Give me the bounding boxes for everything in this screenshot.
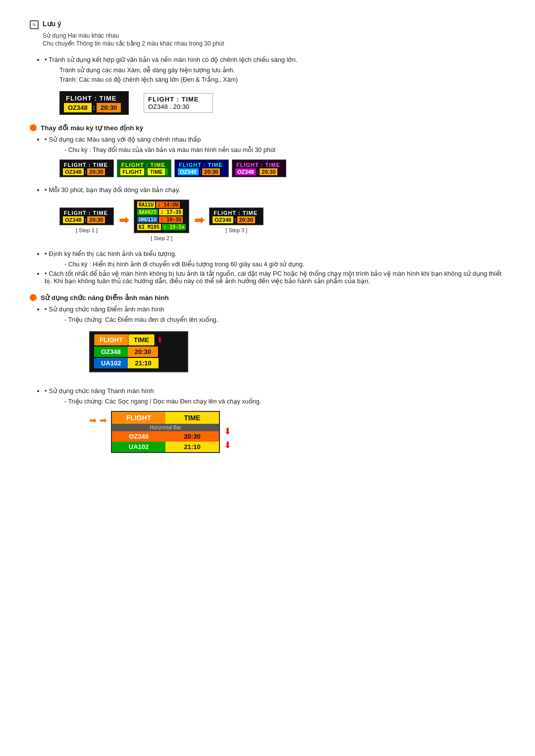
step1-col: : <box>84 216 88 223</box>
sb-oz-time: 20:30 <box>128 347 158 357</box>
hbar-header: FLIGHT TIME <box>112 412 219 424</box>
section5-heading: Sử dụng chức năng Điểm ảnh màn hình <box>30 294 505 302</box>
fb4-label: FLIGHT : TIME <box>235 161 283 168</box>
bullet-avoid-contrast: Tránh sử dụng kết hợp giữ văn bản và nền… <box>45 56 505 63</box>
hbar-board: FLIGHT TIME Horizontal Bar OZ348 20:30 U… <box>111 411 220 453</box>
bullet-screen-bar: Sử dụng chức năng Thanh màn hình <box>45 387 505 395</box>
step1-box: FLIGHT : TIME OZ348 : 20:30 [ Step 1 ] <box>59 207 114 233</box>
fb1-col: : <box>84 168 88 175</box>
dash-cycle: - Chu kỳ : Thay đổi màu của văn bản và m… <box>64 146 505 153</box>
sb-oz-row: OZ348 20:30 <box>94 347 183 357</box>
step3-label-text: [ Step 3 ] <box>225 227 247 233</box>
step1-board: FLIGHT : TIME OZ348 : 20:30 <box>59 207 114 225</box>
fb3-num: OZ348 <box>178 168 199 175</box>
luu-y-title: Lưu ý <box>43 20 61 28</box>
fb3-data: OZ348 : 20:30 <box>178 168 225 175</box>
sc-row4: KI M195 : 19-5n <box>137 224 186 230</box>
arrow-right-2: ➡ <box>100 415 107 426</box>
step1-num: OZ348 <box>63 216 84 223</box>
arrows-top: ➡ ➡ <box>89 415 107 426</box>
board-time-light: 20:30 <box>173 103 190 110</box>
sc7: KI M195 <box>137 224 161 230</box>
indent-colors: Tránh: Các màu có độ chênh lệch sáng lớn… <box>59 76 505 83</box>
board-label-dark: FLIGHT : TIME <box>64 94 124 103</box>
fb1-label: FLIGHT : TIME <box>63 161 110 168</box>
fb4-data: OZ348 : 20:30 <box>235 168 283 175</box>
bullet-images: Định kỳ hiển thị các hình ảnh và biểu tư… <box>45 250 505 257</box>
header-section: ✎ Lưu ý <box>30 20 505 29</box>
flight-board-light: FLIGHT : TIME OZ348 : 20:30 <box>144 93 213 113</box>
fb3-col: : <box>199 168 203 175</box>
dash-screen-pixel: - Triệu chứng: Các Điểm màu đen di chuyể… <box>64 316 505 323</box>
step3-time: 20:30 <box>237 216 255 223</box>
section2: Thay đổi màu kỳ tự theo định kỳ Sử dụng … <box>30 124 505 153</box>
sc1: RA11U <box>137 202 155 208</box>
hbar-ua-num: UA102 <box>112 442 165 452</box>
sb-red-arrow1: ⬇ <box>157 334 163 346</box>
multi-board-row: FLIGHT : TIME OZ348 : 20:30 FLIGHT : TIM… <box>59 159 505 177</box>
sb-header: FLIGHT TIME ⬇ <box>94 334 183 346</box>
step3-board: FLIGHT : TIME OZ348 : 20:30 <box>209 207 264 225</box>
sb-ua-row: UA102 21:10 <box>94 358 183 368</box>
fb-variant-2: FLIGHT : TIME FLIGHT : TIME <box>117 159 171 177</box>
sc4: : 17-35 <box>159 209 183 215</box>
section2-heading: Thay đổi màu kỳ tự theo định kỳ <box>30 124 505 132</box>
step3-box: FLIGHT : TIME OZ348 : 20:30 [ Step 3 ] <box>209 207 264 233</box>
red-arrow-bar1: ⬇ <box>224 426 231 437</box>
section1: Tránh sử dụng kết hợp giữ văn bản và nền… <box>30 56 505 83</box>
note-icon: ✎ <box>30 20 39 29</box>
hbar-ua-time: 21:10 <box>165 442 219 452</box>
section6: Sử dụng chức năng Thanh màn hình - Triệu… <box>30 387 505 453</box>
fb2-data: FLIGHT : TIME <box>120 168 168 175</box>
step3-fl-label: FLIGHT : TIME <box>213 209 260 216</box>
arrow-right-1: ➡ <box>89 415 97 426</box>
sb-ua-time: 21:10 <box>128 358 158 368</box>
hbar-oz-time: 20:30 <box>165 431 219 442</box>
fb4-col: : <box>256 168 260 175</box>
fb-variant-4: FLIGHT : TIME OZ348 : 20:30 <box>232 159 286 177</box>
fb4-num: OZ348 <box>235 168 256 175</box>
fb4-time: 20:30 <box>260 168 277 175</box>
sb-flight-label: FLIGHT <box>94 334 128 346</box>
step3-num: OZ348 <box>213 216 233 223</box>
board-data-dark: OZ348 : 20:30 <box>64 103 124 112</box>
flight-num-light: OZ348 <box>148 103 168 110</box>
step-diagram: FLIGHT : TIME OZ348 : 20:30 [ Step 1 ] ➡… <box>59 200 505 241</box>
note1: Sử dụng Hai màu khác nhau <box>43 32 505 39</box>
bullet-30min: Mỗi 30 phút, bạn thay đổi dòng văn bản c… <box>45 186 505 194</box>
fb3-label: FLIGHT : TIME <box>178 161 225 168</box>
board-colon-light: : <box>169 103 173 110</box>
dash-images: - Chu kỳ : Hiển thị hình ảnh đi chuyển v… <box>64 260 505 268</box>
sc6: : 10-3U <box>159 216 183 223</box>
sc-row3: UHU11U : 10-3U <box>137 216 186 223</box>
screen-burn-board: FLIGHT TIME ⬇ OZ348 20:30 UA102 21:10 <box>89 331 188 372</box>
hbar-flight-label: FLIGHT <box>112 412 165 424</box>
flight-board-dark: FLIGHT : TIME OZ348 : 20:30 <box>59 91 129 115</box>
sb-oz-num: OZ348 <box>94 347 128 357</box>
fb1-num: OZ348 <box>63 168 84 175</box>
bullet-best-practice: Cách tốt nhất để bảo vệ màn hình không b… <box>45 270 505 285</box>
fb3-time: 20:30 <box>202 168 220 175</box>
sc-row2: AA0025 : 17-35 <box>137 209 186 215</box>
step1-time: 20:30 <box>87 216 105 223</box>
section3: Mỗi 30 phút, bạn thay đổi dòng văn bản c… <box>30 186 505 194</box>
hbar-sub-label: Horizontal Bar <box>112 424 219 431</box>
fb2-num: FLIGHT <box>120 168 144 175</box>
sc-row1: RA11U : 14:UU <box>137 202 186 208</box>
section4: Định kỳ hiển thị các hình ảnh và biểu tư… <box>30 250 505 285</box>
indent-gray: Tránh sử dụng các màu Xám, dễ dàng gây h… <box>59 66 505 74</box>
step1-label-text: [ Step 1 ] <box>76 227 98 233</box>
boards-container: FLIGHT : TIME OZ348 : 20:30 FLIGHT : TIM… <box>59 91 505 115</box>
fb1-time: 20:30 <box>87 168 105 175</box>
bullet-screen-pixel: Sử dụng chức năng Điểm ảnh màn hình <box>45 305 505 313</box>
board-data-light: OZ348 : 20:30 <box>148 103 209 110</box>
fb1-data: OZ348 : 20:30 <box>63 168 110 175</box>
flight-num-dark: OZ348 <box>64 103 92 112</box>
sb-ua-num: UA102 <box>94 358 128 368</box>
step1-data: OZ348 : 20:30 <box>63 216 110 223</box>
note2: Chu chuyển Thông tin màu sắc bằng 2 màu … <box>43 40 505 47</box>
step2-board: RA11U : 14:UU AA0025 : 17-35 UHU11U : 10… <box>134 200 189 233</box>
sb-time-label: TIME <box>128 334 155 346</box>
arrow-1-2: ➡ <box>119 213 129 227</box>
arrow-2-3: ➡ <box>194 213 204 227</box>
